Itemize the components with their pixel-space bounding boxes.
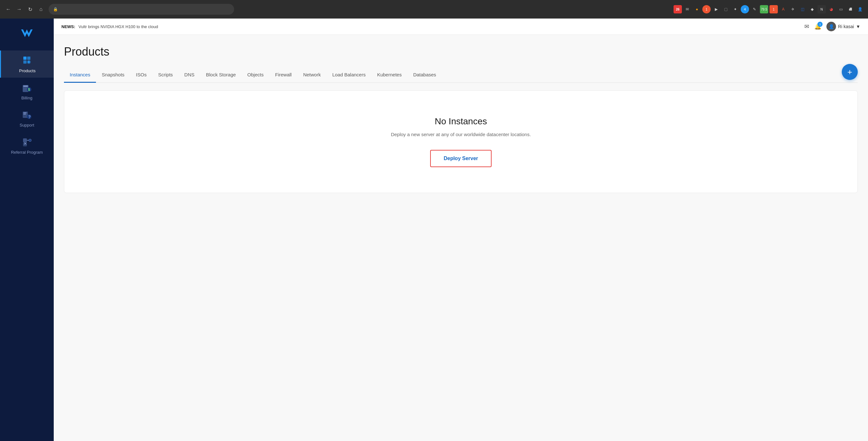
news-label: NEWS: [61,24,75,29]
empty-state: No Instances Deploy a new server at any … [64,91,858,193]
news-bar: NEWS: Vultr brings NVIDIA HGX H100 to th… [54,19,868,35]
tab-load-balancers[interactable]: Load Balancers [327,67,371,83]
extension-icon-1[interactable]: 26 [674,5,682,13]
main-content: NEWS: Vultr brings NVIDIA HGX H100 to th… [54,19,868,441]
back-button[interactable]: ← [4,5,13,14]
sidebar-referral-label: Referral Program [11,150,43,155]
tab-dns[interactable]: DNS [179,67,200,83]
sidebar-billing-label: Billing [22,96,33,100]
mail-button[interactable]: ✉ [804,23,809,30]
svg-point-5 [28,61,30,63]
user-info[interactable]: 👤 Ri kasai ▼ [827,22,860,31]
extension-icon-12[interactable]: A [779,5,787,13]
extension-icon-18[interactable]: ▭ [837,5,845,13]
extension-icon-17[interactable]: ◕ [827,5,835,13]
add-instance-button[interactable]: + [842,64,858,80]
browser-toolbar-right: 26 ✉ ● 1 ▶ ▢ ✦ 4 ✎ 79.5 1 A ✈ ◫ ◆ N ◕ ▭ … [674,5,864,13]
page-title: Products [64,45,858,59]
sidebar-item-billing[interactable]: $ Billing [0,78,54,105]
news-text: Vultr brings NVIDIA HGX H100 to the clou… [79,24,158,29]
browser-chrome: ← → ↻ ⌂ 🔒 my.vultr.com 26 ✉ ● 1 ▶ ▢ ✦ 4 … [0,0,868,19]
extension-icon-6[interactable]: ▢ [721,5,730,13]
svg-rect-1 [23,57,27,60]
url-input[interactable]: my.vultr.com [60,7,229,12]
billing-icon: $ [21,82,33,94]
extension-icon-7[interactable]: ✦ [731,5,739,13]
browser-nav: ← → ↻ ⌂ [4,5,45,14]
user-name: Ri kasai [838,24,854,29]
extension-icon-3[interactable]: ● [693,5,701,13]
notifications-badge: 1 [817,22,823,27]
forward-button[interactable]: → [15,5,24,14]
extension-icon-15[interactable]: ◆ [808,5,816,13]
tab-firewall[interactable]: Firewall [269,67,298,83]
svg-rect-3 [27,57,30,60]
sidebar-item-products[interactable]: Products [0,50,54,78]
profile-button[interactable]: 👤 [856,5,864,13]
svg-text:?: ? [28,115,31,119]
extension-icon-2[interactable]: ✉ [683,5,691,13]
products-icon [22,55,33,66]
address-bar[interactable]: 🔒 my.vultr.com [49,4,234,15]
user-avatar: 👤 [827,22,836,31]
tab-isos[interactable]: ISOs [130,67,152,83]
svg-text:$: $ [28,88,30,91]
sidebar: Products $ Billing [0,19,54,441]
svg-rect-7 [23,86,28,87]
tab-objects[interactable]: Objects [242,67,269,83]
sidebar-products-label: Products [19,68,35,73]
products-area: Products Instances Snapshots ISOs Script… [54,35,868,441]
lock-icon: 🔒 [53,7,58,11]
tab-instances[interactable]: Instances [64,67,96,83]
vultr-logo-icon [19,25,35,41]
svg-point-19 [29,139,31,142]
reload-button[interactable]: ↻ [26,5,35,14]
tab-databases[interactable]: Databases [407,67,442,83]
extension-icon-11[interactable]: 1 [770,5,778,13]
tab-scripts[interactable]: Scripts [152,67,179,83]
sidebar-support-label: Support [20,123,34,128]
svg-rect-12 [23,114,26,114]
extension-icon-8[interactable]: 4 [741,5,749,13]
sidebar-item-support[interactable]: ? Support [0,105,54,132]
extension-icon-4[interactable]: 1 [702,5,711,13]
extension-icon-9[interactable]: ✎ [750,5,758,13]
empty-state-title: No Instances [435,116,487,127]
app-layout: Products $ Billing [0,19,868,441]
deploy-server-button[interactable]: Deploy Server [430,150,492,167]
extension-icon-13[interactable]: ✈ [789,5,797,13]
home-button[interactable]: ⌂ [36,5,45,14]
news-bar-left: NEWS: Vultr brings NVIDIA HGX H100 to th… [61,24,158,29]
tab-network[interactable]: Network [298,67,327,83]
svg-text:✕: ✕ [23,141,27,146]
tabs-bar: Instances Snapshots ISOs Scripts DNS Blo… [64,67,858,83]
extension-icon-14[interactable]: ◫ [798,5,807,13]
user-dropdown-icon: ▼ [856,24,860,29]
extension-icon-5[interactable]: ▶ [712,5,720,13]
tab-kubernetes[interactable]: Kubernetes [371,67,407,83]
sidebar-item-referral[interactable]: ✕ Referral Program [0,132,54,159]
empty-state-subtitle: Deploy a new server at any of our worldw… [391,132,531,137]
referral-icon: ✕ [21,136,33,148]
svg-rect-11 [23,112,27,113]
tab-snapshots[interactable]: Snapshots [96,67,130,83]
svg-rect-2 [23,60,27,64]
extension-icon-16[interactable]: N [817,5,826,13]
sidebar-logo[interactable] [17,24,36,43]
extension-icon-10[interactable]: 79.5 [760,5,768,13]
notifications-button[interactable]: 🔔 1 [814,23,821,30]
extension-icon-19[interactable]: ⛘ [846,5,855,13]
tab-block-storage[interactable]: Block Storage [200,67,242,83]
news-bar-right: ✉ 🔔 1 👤 Ri kasai ▼ [804,22,860,31]
support-icon: ? [21,109,33,121]
